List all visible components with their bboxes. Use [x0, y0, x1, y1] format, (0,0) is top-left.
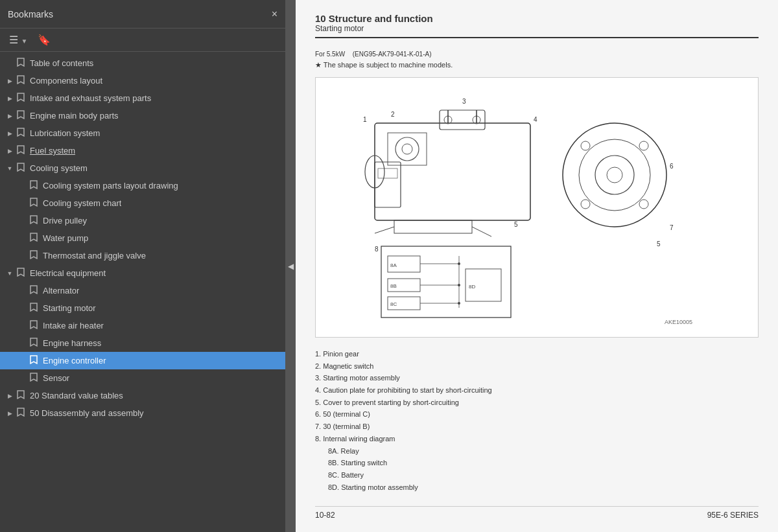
list-view-button[interactable]: ☰ ▼ — [6, 32, 30, 47]
toggle-arrow-down-icon: ▼ — [5, 270, 14, 277]
svg-point-2 — [395, 137, 419, 161]
motor-left-group: 1 2 3 4 5 — [363, 98, 537, 237]
doc-header: 10 Structure and function Starting motor — [315, 13, 759, 38]
model-label: For 5.5kW (ENG95-AK79-041-K-01-A) — [315, 49, 759, 58]
bookmark-icon-cooling-chart — [30, 198, 40, 209]
bookmark-icon-alternator — [30, 285, 40, 296]
bookmark-icon-thermostat — [30, 250, 40, 261]
list-icon: ☰ — [9, 34, 18, 45]
bookmark-item-disassembly[interactable]: ▶ 50 Disassembly and assembly — [0, 404, 285, 422]
bookmark-label-electrical: Electrical equipment — [30, 268, 106, 278]
bookmark-label-lubrication: Lubrication system — [30, 128, 100, 138]
svg-text:8B: 8B — [390, 283, 397, 289]
bookmark-item-engine-controller[interactable]: Engine controller — [0, 352, 285, 369]
svg-point-36 — [458, 262, 460, 265]
bookmark-icon-cooling-system — [17, 163, 27, 174]
label-6-right: 6 — [670, 163, 674, 170]
bookmark-label-starting-motor: Starting motor — [43, 303, 96, 313]
toggle-arrow-down-icon: ▼ — [5, 165, 14, 172]
svg-rect-4 — [375, 162, 401, 207]
section-subtitle: Starting motor — [315, 24, 759, 33]
bookmark-label-cooling-system: Cooling system — [30, 163, 88, 173]
bookmark-button[interactable]: 🔖 — [35, 32, 53, 47]
bookmark-item-water-pump[interactable]: Water pump — [0, 229, 285, 247]
bookmark-item-fuel-system[interactable]: ▶ Fuel system — [0, 142, 285, 159]
page-number: 10-82 — [315, 511, 335, 520]
svg-text:8A: 8A — [390, 262, 397, 268]
svg-rect-6 — [440, 110, 485, 130]
engine-diagram-svg: 1 2 3 4 5 7 6 — [342, 84, 731, 330]
bookmark-item-sensor[interactable]: Sensor — [0, 369, 285, 387]
bookmark-item-drive-pulley[interactable]: Drive pulley — [0, 212, 285, 229]
label-5: 5 — [514, 221, 518, 228]
bookmark-item-engine-harness[interactable]: Engine harness — [0, 334, 285, 352]
legend-item-2: 2. Magnetic switch — [315, 360, 759, 373]
svg-point-16 — [579, 139, 650, 211]
toggle-arrow-right-icon: ▶ — [5, 95, 14, 102]
bookmark-label-drive-pulley: Drive pulley — [43, 216, 87, 226]
svg-point-15 — [563, 123, 666, 227]
bookmark-label-alternator: Alternator — [43, 286, 79, 295]
bookmark-item-intake-exhaust[interactable]: ▶ Intake and exhaust system parts — [0, 89, 285, 107]
label-3: 3 — [462, 98, 466, 105]
toggle-arrow-right-icon: ▶ — [5, 148, 14, 154]
bookmark-item-starting-motor[interactable]: Starting motor — [0, 299, 285, 317]
bookmark-icon-cooling-parts-layout — [30, 180, 40, 191]
svg-rect-0 — [375, 123, 530, 220]
panel-toggle-button[interactable]: ◀ — [285, 0, 296, 532]
bookmark-item-cooling-system[interactable]: ▼ Cooling system — [0, 159, 285, 177]
toggle-arrow-right-icon: ▶ — [5, 113, 14, 119]
legend-item-6: 6. 50 (terminal C) — [315, 408, 759, 421]
diagram-ref-text: AKE10005 — [665, 319, 692, 325]
bookmark-icon-components-layout — [17, 75, 27, 86]
svg-rect-23 — [381, 246, 511, 318]
section-title: 10 Structure and function — [315, 13, 759, 24]
series-label: 95E-6 SERIES — [707, 511, 759, 520]
main-content: 10 Structure and function Starting motor… — [296, 0, 778, 532]
toggle-arrow-right-icon: ▶ — [5, 393, 14, 399]
svg-point-19 — [581, 141, 590, 150]
bookmark-item-lubrication[interactable]: ▶ Lubrication system — [0, 124, 285, 142]
svg-text:8C: 8C — [390, 301, 397, 307]
label-4: 4 — [534, 116, 537, 123]
panel-header: Bookmarks × — [0, 0, 285, 29]
bookmark-item-components-layout[interactable]: ▶ Components layout — [0, 72, 285, 89]
svg-point-20 — [639, 141, 648, 150]
bookmark-label-engine-main: Engine main body parts — [30, 111, 119, 121]
legend-item-1: 1. Pinion gear — [315, 348, 759, 360]
svg-rect-12 — [394, 220, 472, 233]
bookmark-item-cooling-parts-layout[interactable]: Cooling system parts layout drawing — [0, 177, 285, 194]
label-7-right: 7 — [670, 224, 674, 231]
motor-right-group: 7 6 5 — [563, 123, 674, 248]
bookmark-icon-engine-main — [17, 110, 27, 121]
legend: 1. Pinion gear2. Magnetic switch3. Start… — [315, 348, 759, 493]
legend-item-7: 7. 30 (terminal B) — [315, 421, 759, 433]
legend-item-8B: 8B. Starting switch — [315, 457, 759, 469]
svg-rect-5 — [378, 168, 397, 178]
close-button[interactable]: × — [272, 9, 277, 19]
bookmark-item-electrical[interactable]: ▼ Electrical equipment — [0, 264, 285, 282]
bookmark-label-standard-value: 20 Standard value tables — [30, 391, 123, 400]
svg-point-21 — [581, 200, 590, 209]
bookmark-item-intake-air-heater[interactable]: Intake air heater — [0, 317, 285, 334]
legend-item-8D: 8D. Starting motor assembly — [315, 481, 759, 494]
bookmark-icon-disassembly — [17, 408, 27, 419]
bookmark-item-alternator[interactable]: Alternator — [0, 282, 285, 299]
svg-line-14 — [472, 227, 491, 237]
page-footer: 10-82 95E-6 SERIES — [315, 506, 759, 520]
legend-item-4: 4. Caution plate for prohibiting to star… — [315, 384, 759, 397]
svg-point-17 — [595, 156, 634, 194]
bookmark-item-cooling-chart[interactable]: Cooling system chart — [0, 194, 285, 212]
bookmark-item-table-of-contents[interactable]: Table of contents — [0, 54, 285, 72]
bookmark-item-engine-main[interactable]: ▶ Engine main body parts — [0, 107, 285, 124]
bookmark-item-standard-value[interactable]: ▶ 20 Standard value tables — [0, 387, 285, 404]
bookmark-label-intake-exhaust: Intake and exhaust system parts — [30, 93, 151, 103]
svg-text:8D: 8D — [469, 284, 475, 290]
panel-title: Bookmarks — [8, 9, 53, 19]
svg-line-13 — [375, 227, 394, 233]
chevron-left-icon: ◀ — [288, 262, 294, 271]
bookmark-icon-intake-exhaust — [17, 93, 27, 104]
bookmark-icon-water-pump — [30, 233, 40, 244]
bookmark-icon-drive-pulley — [30, 215, 40, 226]
bookmark-item-thermostat[interactable]: Thermostat and jiggle valve — [0, 247, 285, 264]
